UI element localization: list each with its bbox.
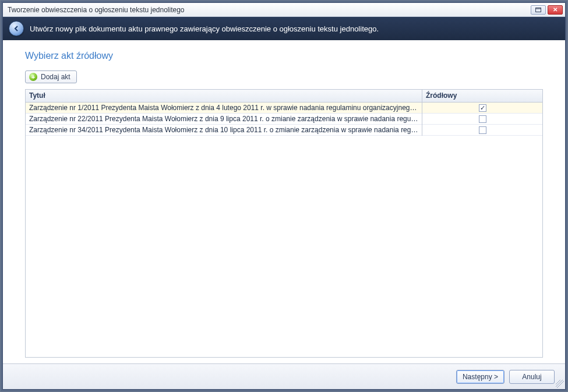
window-buttons: ✕ bbox=[531, 5, 563, 15]
table-row[interactable]: Zarządzenie nr 34/2011 Prezydenta Maista… bbox=[26, 125, 542, 136]
wizard-subtitle: Utwórz nowy plik dokumentu aktu prawnego… bbox=[30, 24, 379, 33]
wizard-footer: Następny > Anuluj bbox=[3, 363, 565, 389]
resize-grip[interactable] bbox=[556, 380, 564, 388]
column-title[interactable]: Tytuł bbox=[26, 90, 422, 102]
titlebar: Tworzenie obwieszczenia o ogłoszeniu tek… bbox=[3, 3, 565, 17]
row-source-cell bbox=[422, 114, 542, 125]
plus-icon: + bbox=[29, 73, 37, 81]
dialog-window: Tworzenie obwieszczenia o ogłoszeniu tek… bbox=[2, 2, 566, 390]
table-body: Zarządzenie nr 1/2011 Prezydenta Maista … bbox=[26, 103, 542, 357]
back-icon[interactable] bbox=[9, 21, 24, 36]
content-area: Wybierz akt źródłowy + Dodaj akt Tytuł Ź… bbox=[3, 40, 565, 363]
acts-table: Tytuł Źródłowy Zarządzenie nr 1/2011 Pre… bbox=[25, 89, 543, 358]
row-title: Zarządzenie nr 34/2011 Prezydenta Maista… bbox=[26, 124, 422, 136]
add-act-label: Dodaj akt bbox=[41, 73, 70, 81]
source-checkbox[interactable] bbox=[479, 115, 486, 123]
cancel-button[interactable]: Anuluj bbox=[509, 370, 555, 384]
row-title: Zarządzenie nr 1/2011 Prezydenta Maista … bbox=[26, 103, 422, 114]
source-checkbox[interactable]: ✓ bbox=[479, 104, 486, 112]
table-row[interactable]: Zarządzenie nr 22/2011 Prezydenta Maista… bbox=[26, 114, 542, 125]
column-source[interactable]: Źródłowy bbox=[422, 90, 542, 102]
row-source-cell: ✓ bbox=[422, 103, 542, 114]
row-source-cell bbox=[422, 125, 542, 136]
wizard-header: Utwórz nowy plik dokumentu aktu prawnego… bbox=[3, 17, 565, 40]
table-row[interactable]: Zarządzenie nr 1/2011 Prezydenta Maista … bbox=[26, 103, 542, 114]
window-title: Tworzenie obwieszczenia o ogłoszeniu tek… bbox=[8, 6, 531, 14]
next-button[interactable]: Następny > bbox=[456, 370, 505, 384]
close-button[interactable]: ✕ bbox=[548, 5, 563, 15]
row-title: Zarządzenie nr 22/2011 Prezydenta Maista… bbox=[26, 113, 422, 125]
maximize-button[interactable] bbox=[531, 5, 546, 15]
table-header: Tytuł Źródłowy bbox=[26, 90, 542, 103]
section-title: Wybierz akt źródłowy bbox=[25, 51, 543, 61]
add-act-button[interactable]: + Dodaj akt bbox=[25, 70, 77, 83]
source-checkbox[interactable] bbox=[479, 126, 486, 134]
